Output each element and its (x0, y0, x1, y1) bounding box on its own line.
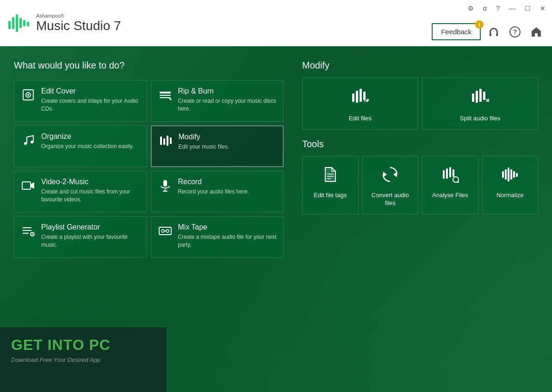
tool-split-audio[interactable]: Split audio files (422, 77, 538, 130)
card-video2music[interactable]: Video-2-Music Create and cut music files… (14, 171, 147, 212)
title-bar-actions: Feedback i ? (432, 23, 545, 40)
playlist-icon (21, 224, 36, 241)
svg-point-12 (27, 94, 29, 96)
modify-icon (158, 134, 173, 151)
card-modify[interactable]: Modify Edit your music files. (151, 125, 284, 167)
normalize-label: Normalize (496, 192, 524, 199)
svg-marker-48 (393, 172, 397, 177)
modify-section-title: Modify (302, 60, 538, 71)
svg-line-55 (458, 181, 459, 183)
normalize-icon-svg (501, 166, 519, 183)
help-btn[interactable]: ? (493, 4, 502, 13)
maximize-btn[interactable]: ☐ (522, 4, 533, 13)
svg-rect-37 (360, 89, 362, 102)
settings-icon-btn[interactable]: ⚙ (465, 4, 477, 13)
brand-name: Ashampoo® (36, 13, 121, 19)
window-controls: ⚙ α ? — ☐ ✕ (465, 4, 548, 13)
content-area: What would you like to do? Edit Cover Cr… (0, 46, 552, 267)
music-note-icon (21, 133, 35, 147)
watermark-suffix: PC (85, 336, 111, 353)
svg-rect-41 (479, 89, 482, 102)
question-circle-icon-btn[interactable]: ? (507, 24, 523, 40)
disc-icon (158, 88, 172, 102)
home-icon-btn[interactable] (528, 24, 545, 40)
minimize-btn[interactable]: — (506, 4, 518, 13)
tool-edit-tags[interactable]: Edit file tags (302, 156, 359, 214)
organize-title: Organize (41, 132, 134, 141)
app-name: Music Studio 7 (36, 19, 121, 33)
home-icon (530, 26, 542, 38)
svg-point-54 (453, 177, 459, 182)
watermark-title: GET INTO PC (11, 336, 155, 354)
convert-icon (381, 166, 399, 187)
alpha-btn[interactable]: α (480, 4, 490, 13)
feedback-badge: i (475, 20, 484, 29)
normalize-icon (501, 166, 519, 187)
edit-cover-desc: Create covers and inlays for your Audio … (41, 97, 140, 113)
tool-edit-files[interactable]: Edit files (302, 77, 418, 130)
main-content: What would you like to do? Edit Cover Cr… (0, 46, 552, 392)
waveform-split-icon (471, 87, 490, 106)
tool-convert[interactable]: Convert audio files (362, 156, 419, 214)
card-playlist[interactable]: Playlist Generator Create a playlist wit… (14, 216, 147, 258)
svg-point-30 (32, 234, 33, 235)
logo-area: Ashampoo® Music Studio 7 (7, 12, 121, 35)
svg-rect-15 (160, 97, 171, 98)
svg-rect-6 (490, 34, 491, 36)
edit-files-label: Edit files (349, 115, 372, 123)
svg-point-32 (161, 230, 164, 232)
mixtape-icon (158, 224, 173, 241)
feedback-button[interactable]: Feedback i (432, 23, 481, 40)
video-icon (21, 179, 35, 193)
playlist-text: Playlist Generator Create a playlist wit… (41, 223, 140, 249)
waveform-edit-icon (351, 87, 370, 106)
svg-rect-39 (472, 93, 474, 102)
convert-arrows-icon (381, 166, 399, 183)
watermark-highlight: INTO (48, 336, 85, 353)
svg-rect-3 (19, 18, 22, 28)
svg-rect-0 (8, 21, 11, 29)
svg-rect-51 (446, 168, 448, 179)
organize-text: Organize Organize your music collection … (41, 132, 134, 150)
convert-label: Convert audio files (367, 192, 414, 207)
video2music-desc: Create and cut music files from your fav… (41, 188, 140, 204)
split-audio-icon (471, 87, 490, 110)
headphones-icon (488, 26, 500, 38)
close-btn[interactable]: ✕ (537, 4, 548, 13)
cards-grid: Edit Cover Create covers and inlays for … (14, 80, 284, 258)
edit-cover-text: Edit Cover Create covers and inlays for … (41, 87, 140, 113)
card-record[interactable]: Record Record your audio files here. (151, 171, 284, 212)
watermark-sub: Download Free Your Desired App (11, 356, 155, 363)
record-title: Record (178, 178, 249, 186)
title-bar: Ashampoo® Music Studio 7 ⚙ α ? — ☐ ✕ Fee… (0, 0, 552, 46)
svg-rect-60 (513, 171, 515, 178)
right-panel: Modify Edit (302, 60, 538, 258)
svg-rect-18 (160, 137, 162, 145)
svg-rect-40 (476, 91, 478, 103)
svg-rect-50 (443, 170, 445, 179)
tool-normalize[interactable]: Normalize (482, 156, 539, 214)
card-mixtape[interactable]: Mix Tape Create a mixtape audio file for… (151, 216, 284, 258)
record-text: Record Record your audio files here. (178, 178, 249, 196)
left-section-title: What would you like to do? (14, 60, 284, 71)
cover-icon (21, 88, 35, 102)
rip-burn-title: Rip & Burn (178, 87, 277, 95)
svg-rect-13 (160, 92, 171, 93)
rip-burn-text: Rip & Burn Create or read or copy your m… (178, 87, 277, 113)
card-rip-burn[interactable]: Rip & Burn Create or read or copy your m… (151, 80, 284, 122)
card-edit-cover[interactable]: Edit Cover Create covers and inlays for … (14, 80, 147, 122)
card-organize[interactable]: Organize Organize your music collection … (14, 125, 147, 167)
svg-rect-19 (163, 138, 165, 145)
svg-rect-35 (352, 93, 354, 102)
svg-rect-4 (23, 20, 25, 26)
svg-rect-58 (508, 168, 509, 181)
left-panel: What would you like to do? Edit Cover Cr… (14, 60, 284, 258)
app-logo-icon (7, 12, 31, 35)
tools-grid: Edit file tags Convert audio files (302, 156, 538, 214)
headphones-icon-btn[interactable] (485, 24, 502, 40)
tool-analyse[interactable]: Analyse Files (422, 156, 478, 214)
bars-icon (159, 134, 173, 148)
mixtape-desc: Create a mixtape audio file for your nex… (178, 233, 277, 249)
edit-tags-icon (322, 166, 339, 187)
svg-rect-56 (502, 171, 504, 178)
